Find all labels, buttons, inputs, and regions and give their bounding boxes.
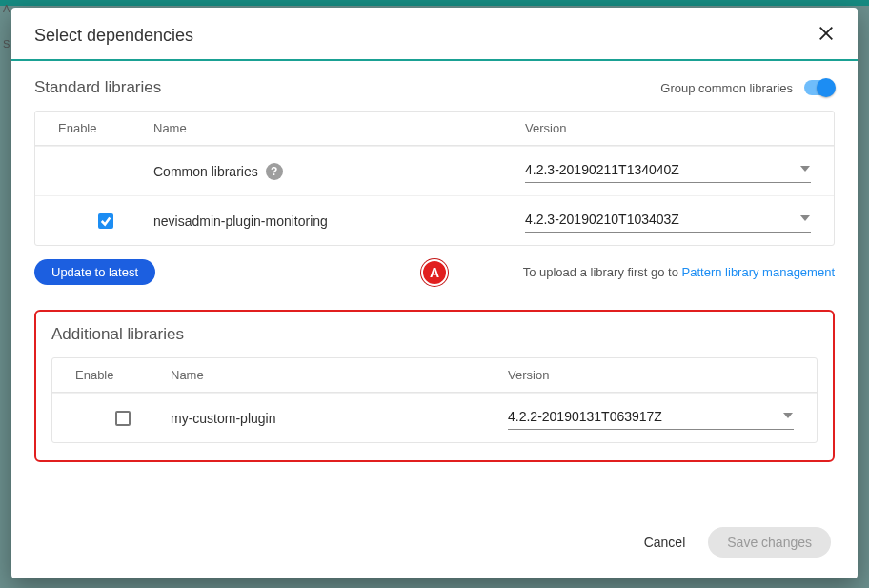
col-name: Name <box>153 121 525 135</box>
group-common-toggle-wrap: Group common libraries <box>660 80 835 95</box>
col-version: Version <box>525 121 811 135</box>
version-select[interactable]: 4.2.3-20190211T134040Z <box>525 159 811 183</box>
select-dependencies-modal: Select dependencies Standard libraries G… <box>11 8 858 578</box>
version-select[interactable]: 4.2.3-20190210T103403Z <box>525 209 811 233</box>
svg-marker-4 <box>783 413 793 418</box>
lib-name: nevisadmin-plugin-monitoring <box>153 213 328 229</box>
version-text: 4.2.3-20190210T103403Z <box>525 212 790 227</box>
update-to-latest-button[interactable]: Update to latest <box>34 259 155 285</box>
svg-marker-2 <box>800 166 810 172</box>
pattern-library-link[interactable]: Pattern library management <box>682 265 835 279</box>
bg-tab-label-a: A <box>3 3 10 14</box>
standard-libraries-table: Enable Name Version Common libraries ? 4… <box>34 111 835 246</box>
upload-hint-text: To upload a library first go to <box>523 265 682 279</box>
toggle-knob <box>817 78 836 97</box>
table-row: nevisadmin-plugin-monitoring 4.2.3-20190… <box>35 195 834 245</box>
table-row: my-custom-plugin 4.2.2-20190131T063917Z <box>52 393 817 442</box>
upload-hint: To upload a library first go to Pattern … <box>523 265 835 279</box>
bg-tab-label-s: S <box>3 38 10 50</box>
chevron-down-icon <box>799 161 811 178</box>
table-row: Common libraries ? 4.2.3-20190211T134040… <box>35 146 834 195</box>
col-enable: Enable <box>58 121 153 135</box>
group-common-toggle[interactable] <box>804 80 835 95</box>
svg-marker-3 <box>800 215 810 221</box>
chevron-down-icon <box>782 408 794 425</box>
col-enable: Enable <box>75 368 171 382</box>
close-button[interactable] <box>818 25 835 46</box>
annotation-a-badge: A <box>421 259 448 286</box>
app-header-bar <box>0 0 869 6</box>
save-changes-button[interactable]: Save changes <box>708 527 831 558</box>
additional-libraries-table: Enable Name Version my-custom-plugin 4.2… <box>51 357 818 443</box>
help-icon[interactable]: ? <box>266 163 283 180</box>
standard-section-header: Standard libraries Group common librarie… <box>34 78 835 97</box>
version-select[interactable]: 4.2.2-20190131T063917Z <box>508 406 794 430</box>
standard-section-title: Standard libraries <box>34 78 161 97</box>
version-text: 4.2.2-20190131T063917Z <box>508 409 773 424</box>
table-header: Enable Name Version <box>35 112 834 146</box>
enable-checkbox[interactable] <box>98 213 113 229</box>
lib-name: Common libraries <box>153 164 258 179</box>
modal-title: Select dependencies <box>34 26 193 46</box>
col-name: Name <box>171 368 508 382</box>
table-header: Enable Name Version <box>52 358 817 393</box>
additional-libraries-annotation: Additional libraries Enable Name Version… <box>34 310 835 462</box>
additional-section-title: Additional libraries <box>51 325 818 344</box>
col-version: Version <box>508 368 794 382</box>
standard-section-footer: Update to latest A To upload a library f… <box>34 259 835 285</box>
group-common-label: Group common libraries <box>660 81 793 95</box>
modal-header: Select dependencies <box>11 8 858 61</box>
enable-checkbox[interactable] <box>115 411 131 426</box>
modal-body: Standard libraries Group common librarie… <box>11 61 858 510</box>
cancel-button[interactable]: Cancel <box>644 535 686 550</box>
chevron-down-icon <box>799 211 811 228</box>
check-icon <box>100 215 111 227</box>
close-icon <box>818 25 835 42</box>
lib-name: my-custom-plugin <box>171 411 275 426</box>
modal-footer: Cancel Save changes <box>11 510 858 578</box>
version-text: 4.2.3-20190211T134040Z <box>525 162 790 177</box>
